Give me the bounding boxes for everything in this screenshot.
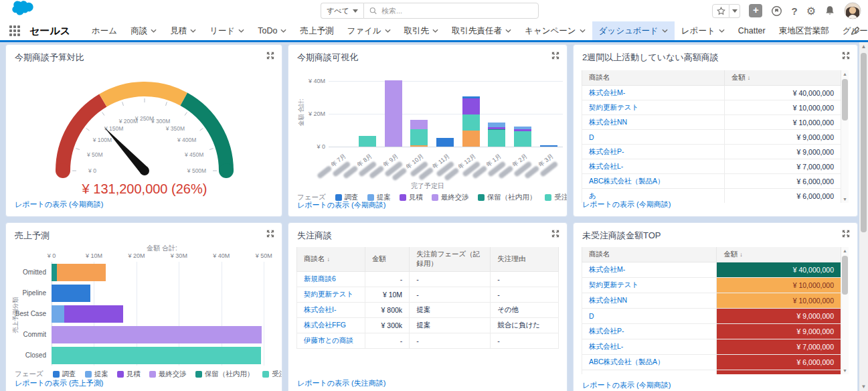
scroll-up-arrow[interactable]: ▲ [841, 70, 849, 78]
bar-segment[interactable] [359, 136, 376, 147]
search-input[interactable] [381, 7, 533, 15]
app-launcher-icon[interactable] [9, 25, 20, 36]
column-header[interactable]: 金額 ↓ [724, 70, 841, 86]
guidance-center-button[interactable] [771, 5, 782, 17]
bar-segment[interactable] [514, 129, 531, 131]
nav-tab-3[interactable]: リード [203, 21, 251, 40]
favorites-menu-button[interactable] [729, 4, 740, 18]
opportunity-link[interactable]: 株式会社FFG [297, 318, 365, 333]
favorite-star-button[interactable] [712, 4, 729, 18]
bar-segment[interactable] [410, 145, 428, 147]
column-header[interactable]: 商談名 ↓ [297, 247, 365, 272]
scroll-down-arrow[interactable]: ▼ [859, 382, 868, 391]
scroll-down-arrow[interactable]: ▼ [841, 196, 849, 203]
column-header[interactable]: 商談名 [582, 247, 717, 262]
scrollbar-thumb[interactable] [842, 256, 848, 295]
opportunity-link[interactable]: 株式会社P- [582, 145, 725, 159]
nav-tab-4[interactable]: ToDo [251, 21, 293, 40]
column-header[interactable]: 失注前フェーズ（記録用） [410, 247, 491, 272]
view-report-link[interactable]: レポートの表示 (今期商談) [297, 200, 385, 210]
help-button[interactable]: ? [791, 5, 797, 17]
view-report-link[interactable]: レポートの表示 (今期商談) [15, 200, 103, 210]
legend-swatch-icon [262, 371, 269, 378]
expand-icon[interactable] [842, 230, 850, 240]
bar-segment[interactable] [52, 326, 262, 343]
bar-segment[interactable] [52, 285, 90, 302]
opportunity-link[interactable]: ABC株式会社（製品A） [582, 174, 725, 189]
svg-text:¥ 450M: ¥ 450M [184, 151, 203, 158]
nav-tab-0[interactable]: ホーム [85, 21, 124, 40]
opportunity-link[interactable]: 伊藤市との商談 [297, 333, 365, 349]
global-actions-add-button[interactable]: + [749, 4, 762, 17]
setup-button[interactable]: ⚙ [806, 5, 816, 17]
opportunity-link[interactable]: 契約更新テスト [582, 100, 725, 115]
view-report-link[interactable]: レポートの表示 (売上予測) [15, 378, 103, 388]
bar-segment[interactable] [52, 347, 261, 364]
column-header[interactable]: 金額 [365, 247, 409, 272]
scroll-up-arrow[interactable]: ▲ [859, 42, 868, 51]
nav-tab-12[interactable]: Chatter [731, 21, 772, 40]
opportunity-link[interactable]: 株式会社M- [582, 86, 725, 100]
bar-segment[interactable] [488, 123, 505, 127]
amount-cell: ¥ 6,000,000 [724, 189, 841, 204]
opportunity-link[interactable]: 株式会社I- [297, 303, 365, 318]
nav-tab-6[interactable]: ファイル [340, 21, 397, 40]
expand-icon[interactable] [266, 52, 274, 62]
bar-segment[interactable] [488, 127, 505, 129]
bar-segment[interactable] [410, 129, 428, 145]
nav-tab-2[interactable]: 見積 [163, 21, 203, 40]
column-header[interactable]: 金額 ↓ [717, 247, 841, 262]
opportunity-link[interactable]: 株式会社NN [582, 293, 717, 309]
scroll-up-arrow[interactable]: ▲ [841, 247, 849, 254]
opportunity-link[interactable]: 株式会社L- [582, 339, 717, 355]
opportunity-link[interactable]: あ [582, 370, 717, 375]
opportunity-link[interactable]: D [582, 309, 717, 324]
bar-segment[interactable] [514, 127, 531, 129]
nav-tab-1[interactable]: 商談 [124, 21, 163, 40]
opportunity-link[interactable]: ABC株式会社（製品A） [582, 355, 717, 370]
bar-segment[interactable] [514, 131, 531, 147]
opportunity-link[interactable]: D [582, 130, 725, 145]
opportunity-link[interactable]: 株式会社P- [582, 324, 717, 339]
nav-tab-10[interactable]: ダッシュボード [592, 21, 675, 40]
opportunity-link[interactable]: 株式会社L- [582, 159, 725, 174]
column-header[interactable]: 商談名 [582, 70, 725, 86]
opportunity-link[interactable]: 新規商談6 [297, 272, 365, 287]
bar-segment[interactable] [462, 96, 480, 98]
expand-icon[interactable] [842, 52, 850, 62]
expand-icon[interactable] [551, 230, 559, 240]
view-report-link[interactable]: レポートの表示 (今期商談) [582, 200, 671, 210]
bar-segment[interactable] [52, 264, 57, 281]
notifications-button[interactable] [824, 5, 835, 16]
scrollbar-thumb[interactable] [861, 53, 867, 232]
nav-tab-9[interactable]: キャンペーン [518, 21, 592, 40]
bar-segment[interactable] [488, 130, 505, 147]
opportunity-link[interactable]: 株式会社NN [582, 115, 725, 130]
column-header[interactable]: 失注理由 [491, 247, 559, 272]
bar-segment[interactable] [52, 305, 64, 323]
bar-segment[interactable] [462, 131, 480, 147]
search-scope-dropdown[interactable]: すべて [321, 3, 363, 19]
nav-tab-7[interactable]: 取引先 [398, 21, 446, 40]
view-report-link[interactable]: レポートの表示 (今期商談) [582, 380, 671, 390]
opportunity-link[interactable]: 株式会社M- [582, 262, 717, 278]
user-avatar[interactable] [844, 2, 861, 19]
bar-segment[interactable] [64, 305, 123, 323]
opportunity-link[interactable]: 契約更新テスト [297, 287, 365, 303]
bar-segment[interactable] [385, 80, 402, 147]
bar-segment[interactable] [410, 120, 428, 130]
bar-segment[interactable] [462, 98, 480, 115]
scrollbar-thumb[interactable] [842, 79, 848, 121]
bar-segment[interactable] [462, 114, 480, 130]
nav-tab-5[interactable]: 売上予測 [293, 21, 340, 40]
nav-tab-8[interactable]: 取引先責任者 [445, 21, 518, 40]
edit-nav-pencil-icon[interactable] [851, 26, 860, 35]
bar-segment[interactable] [436, 138, 454, 147]
view-report-link[interactable]: レポートの表示 (失注商談) [297, 378, 385, 388]
bar-segment[interactable] [57, 264, 106, 281]
scroll-down-arrow[interactable]: ▼ [841, 367, 849, 374]
nav-tab-11[interactable]: レポート [675, 21, 731, 40]
nav-tab-13[interactable]: 東地区営業部 [772, 21, 836, 40]
bar-segment[interactable] [540, 145, 557, 147]
opportunity-link[interactable]: 契約更新テスト [582, 278, 717, 293]
